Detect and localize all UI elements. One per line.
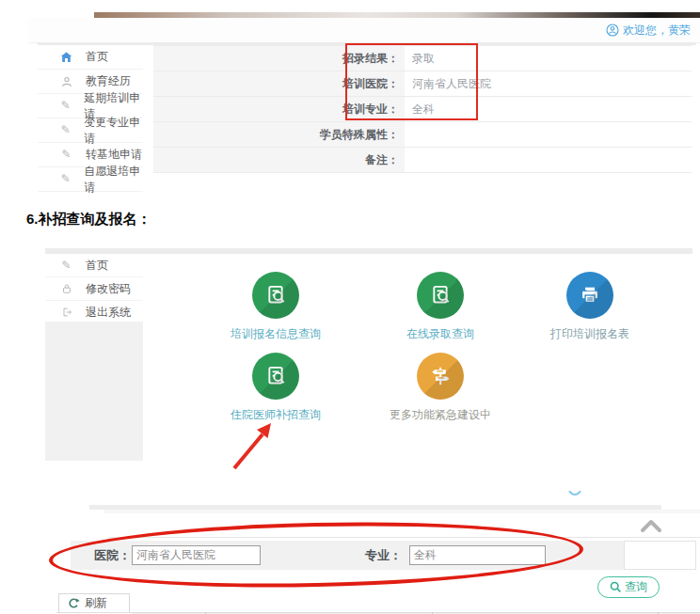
query-filter-row: 医院： 专业： <box>71 541 624 570</box>
field-value <box>405 122 692 147</box>
sidebar-main: 首页 教育经历 ✎ 延期培训申请 ✎ 变更专业申请 ✎ 转基地申请 ✎ 自愿退培… <box>38 45 143 192</box>
sidebar-item-label: 变更专业申请 <box>84 115 143 147</box>
refresh-button-label: 刷新 <box>85 595 107 611</box>
field-label: 培训专业： <box>153 97 405 121</box>
field-value <box>405 148 692 172</box>
logout-icon <box>60 307 72 319</box>
form-row-major: 培训专业： 全科 <box>153 97 692 122</box>
enrollment-detail-form: 招录结果： 录取 培训医院： 河南省人民医院 培训专业： 全科 学员特殊属性： … <box>153 45 692 173</box>
refresh-icon <box>68 597 80 609</box>
sidebar-item-label: 自愿退培申请 <box>84 164 143 196</box>
user-circle-icon <box>606 24 619 37</box>
sidebar-filler <box>45 322 143 461</box>
sidebar-item-label: 修改密码 <box>86 281 131 297</box>
header-bar: 欢迎您，黄荣 <box>28 18 700 43</box>
pencil-icon: ✎ <box>60 260 72 272</box>
field-value: 录取 <box>405 46 692 71</box>
tile-training-signup-query[interactable]: 培训报名信息查询 <box>210 272 342 342</box>
tile-label: 打印培训报名表 <box>524 326 656 342</box>
section-divider-bar2 <box>103 510 700 513</box>
sidebar-item-change-major[interactable]: ✎ 变更专业申请 <box>38 118 143 143</box>
sidebar-secondary: ✎ 首页 修改密码 退出系统 <box>45 254 143 324</box>
form-row-special-attr: 学员特殊属性： <box>153 122 692 148</box>
tile-label: 培训报名信息查询 <box>210 326 342 342</box>
doc-search-icon <box>252 272 299 319</box>
doc-search-icon <box>252 353 299 400</box>
field-value: 全科 <box>405 97 692 121</box>
field-label: 学员特殊属性： <box>153 122 405 147</box>
hospital-label: 医院： <box>94 541 131 570</box>
chevron-up-icon[interactable] <box>640 518 662 533</box>
filter-divider <box>108 537 700 538</box>
tile-online-admission-query[interactable]: 在线录取查询 <box>374 272 506 342</box>
field-label: 培训医院： <box>153 71 405 96</box>
form-row-remark: 备注： <box>153 148 692 173</box>
sidebar-item-change-password[interactable]: 修改密码 <box>45 277 143 301</box>
tile-label: 更多功能紧急建设中 <box>374 407 506 423</box>
pencil-icon: ✎ <box>60 173 71 185</box>
user-icon <box>60 75 72 87</box>
sidebar-item-home[interactable]: 首页 <box>38 45 143 70</box>
screenshot-canvas: 欢迎您，黄荣 首页 教育经历 ✎ 延期培训申请 ✎ 变更专业申请 ✎ 转基地申请 <box>0 0 700 614</box>
search-icon <box>610 581 622 593</box>
sidebar-item-home2[interactable]: ✎ 首页 <box>45 254 143 277</box>
signpost-icon <box>417 353 464 400</box>
pencil-icon: ✎ <box>60 124 71 136</box>
sidebar-item-label: 教育经历 <box>86 73 131 89</box>
search-button-label: 查询 <box>625 579 647 595</box>
refresh-button[interactable]: 刷新 <box>58 593 130 613</box>
home-icon <box>60 51 72 63</box>
form-row-hospital: 培训医院： 河南省人民医院 <box>153 71 692 97</box>
tile-print-signup-form[interactable]: 打印培训报名表 <box>524 272 656 342</box>
hospital-input[interactable] <box>132 545 261 565</box>
lock-icon <box>60 283 72 295</box>
form-row-result: 招录结果： 录取 <box>153 46 692 71</box>
tile-label: 在线录取查询 <box>374 326 506 342</box>
printer-icon <box>566 272 613 319</box>
specialty-label: 专业： <box>365 541 402 570</box>
sidebar-item-label: 转基地申请 <box>86 147 142 163</box>
field-value: 河南省人民医院 <box>405 71 692 96</box>
tile-more-functions[interactable]: 更多功能紧急建设中 <box>374 353 506 423</box>
sidebar-item-label: 退出系统 <box>86 305 131 321</box>
doc-search-icon <box>417 272 464 319</box>
doc-section-heading: 6.补招查询及报名： <box>26 211 151 228</box>
pencil-icon: ✎ <box>60 149 72 161</box>
sidebar-item-quit-training[interactable]: ✎ 自愿退培申请 <box>38 167 143 192</box>
field-label: 备注： <box>153 148 405 172</box>
welcome-text: 欢迎您，黄荣 <box>623 23 691 39</box>
search-button[interactable]: 查询 <box>597 576 660 598</box>
specialty-input[interactable] <box>409 545 546 565</box>
collapse-arc-icon <box>568 491 585 499</box>
tile-label: 住院医师补招查询 <box>210 407 342 423</box>
empty-filter-cell <box>624 541 696 570</box>
tile-resident-supplement-query[interactable]: 住院医师补招查询 <box>210 353 342 423</box>
sidebar-item-label: 首页 <box>86 258 108 274</box>
pencil-icon: ✎ <box>60 100 71 112</box>
field-label: 招录结果： <box>153 46 405 71</box>
sidebar-item-label: 首页 <box>86 49 108 65</box>
welcome-user: 欢迎您，黄荣 <box>606 23 700 39</box>
